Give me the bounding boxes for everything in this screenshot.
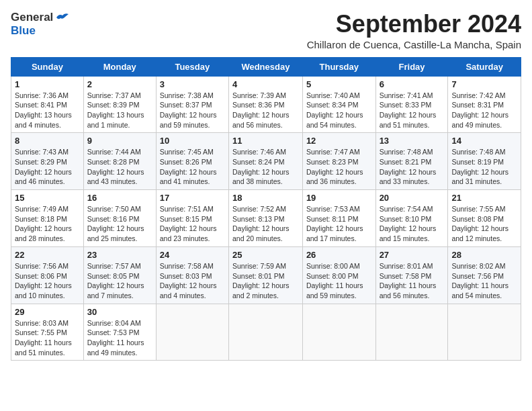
day-info: Sunrise: 8:04 AMSunset: 7:53 PMDaylight:… xyxy=(87,318,152,358)
day-number: 27 xyxy=(380,250,445,260)
location-text: Chillaron de Cuenca, Castille-La Mancha,… xyxy=(307,39,521,50)
day-info: Sunrise: 7:49 AMSunset: 8:18 PMDaylight:… xyxy=(15,204,80,244)
day-number: 7 xyxy=(451,79,517,89)
calendar-table: SundayMondayTuesdayWednesdayThursdayFrid… xyxy=(11,57,521,361)
col-header-saturday: Saturday xyxy=(448,57,521,76)
calendar-week-5: 29Sunrise: 8:03 AMSunset: 7:55 PMDayligh… xyxy=(11,304,521,361)
day-info: Sunrise: 8:03 AMSunset: 7:55 PMDaylight:… xyxy=(15,318,80,358)
day-info: Sunrise: 7:38 AMSunset: 8:37 PMDaylight:… xyxy=(160,91,225,130)
calendar-cell: 5Sunrise: 7:40 AMSunset: 8:34 PMDaylight… xyxy=(302,76,375,133)
day-number: 2 xyxy=(87,79,152,89)
calendar-cell: 6Sunrise: 7:41 AMSunset: 8:33 PMDaylight… xyxy=(375,76,448,133)
day-number: 24 xyxy=(160,250,225,260)
day-number: 26 xyxy=(306,250,372,260)
day-info: Sunrise: 7:47 AMSunset: 8:23 PMDaylight:… xyxy=(306,147,372,187)
day-info: Sunrise: 7:37 AMSunset: 8:39 PMDaylight:… xyxy=(87,91,152,130)
day-number: 16 xyxy=(87,193,152,203)
calendar-cell xyxy=(302,304,375,361)
logo-general-text: General xyxy=(11,11,53,24)
logo-blue-text: Blue xyxy=(11,24,70,38)
day-number: 28 xyxy=(451,250,517,260)
calendar-cell: 14Sunrise: 7:48 AMSunset: 8:19 PMDayligh… xyxy=(448,133,521,190)
day-number: 17 xyxy=(160,193,225,203)
calendar-cell: 20Sunrise: 7:54 AMSunset: 8:10 PMDayligh… xyxy=(375,190,448,247)
day-number: 23 xyxy=(87,250,152,260)
day-info: Sunrise: 7:58 AMSunset: 8:03 PMDaylight:… xyxy=(160,261,225,301)
calendar-cell xyxy=(448,304,521,361)
day-info: Sunrise: 7:52 AMSunset: 8:13 PMDaylight:… xyxy=(232,204,299,244)
calendar-cell: 30Sunrise: 8:04 AMSunset: 7:53 PMDayligh… xyxy=(83,304,156,361)
day-number: 18 xyxy=(232,193,299,203)
calendar-cell: 3Sunrise: 7:38 AMSunset: 8:37 PMDaylight… xyxy=(156,76,228,133)
day-number: 1 xyxy=(15,79,80,89)
day-info: Sunrise: 8:00 AMSunset: 8:00 PMDaylight:… xyxy=(306,261,372,301)
day-number: 15 xyxy=(15,193,80,203)
day-info: Sunrise: 7:48 AMSunset: 8:19 PMDaylight:… xyxy=(451,147,517,187)
day-info: Sunrise: 7:45 AMSunset: 8:26 PMDaylight:… xyxy=(160,147,225,187)
col-header-friday: Friday xyxy=(375,57,448,76)
calendar-cell: 19Sunrise: 7:53 AMSunset: 8:11 PMDayligh… xyxy=(302,190,375,247)
day-info: Sunrise: 7:53 AMSunset: 8:11 PMDaylight:… xyxy=(306,204,372,244)
calendar-cell xyxy=(156,304,228,361)
logo: General Blue xyxy=(11,11,70,38)
day-number: 8 xyxy=(15,136,80,146)
day-info: Sunrise: 7:42 AMSunset: 8:31 PMDaylight:… xyxy=(451,91,517,130)
col-header-tuesday: Tuesday xyxy=(156,57,228,76)
calendar-cell: 9Sunrise: 7:44 AMSunset: 8:28 PMDaylight… xyxy=(83,133,156,190)
day-info: Sunrise: 7:57 AMSunset: 8:05 PMDaylight:… xyxy=(87,261,152,301)
day-number: 6 xyxy=(380,79,445,89)
day-info: Sunrise: 7:54 AMSunset: 8:10 PMDaylight:… xyxy=(380,204,445,244)
calendar-cell: 12Sunrise: 7:47 AMSunset: 8:23 PMDayligh… xyxy=(302,133,375,190)
day-info: Sunrise: 8:02 AMSunset: 7:56 PMDaylight:… xyxy=(451,261,517,301)
calendar-week-1: 1Sunrise: 7:36 AMSunset: 8:41 PMDaylight… xyxy=(11,76,521,133)
calendar-cell: 10Sunrise: 7:45 AMSunset: 8:26 PMDayligh… xyxy=(156,133,228,190)
calendar-cell: 24Sunrise: 7:58 AMSunset: 8:03 PMDayligh… xyxy=(156,246,228,304)
calendar-cell xyxy=(375,304,448,361)
calendar-cell: 21Sunrise: 7:55 AMSunset: 8:08 PMDayligh… xyxy=(448,190,521,247)
month-title: September 2024 xyxy=(307,11,521,38)
day-number: 25 xyxy=(232,250,299,260)
calendar-cell xyxy=(228,304,302,361)
day-info: Sunrise: 8:01 AMSunset: 7:58 PMDaylight:… xyxy=(380,261,445,301)
calendar-week-3: 15Sunrise: 7:49 AMSunset: 8:18 PMDayligh… xyxy=(11,190,521,247)
day-info: Sunrise: 7:55 AMSunset: 8:08 PMDaylight:… xyxy=(451,204,517,244)
calendar-cell: 15Sunrise: 7:49 AMSunset: 8:18 PMDayligh… xyxy=(11,190,84,247)
calendar-cell: 4Sunrise: 7:39 AMSunset: 8:36 PMDaylight… xyxy=(228,76,302,133)
calendar-cell: 26Sunrise: 8:00 AMSunset: 8:00 PMDayligh… xyxy=(302,246,375,304)
calendar-cell: 17Sunrise: 7:51 AMSunset: 8:15 PMDayligh… xyxy=(156,190,228,247)
day-info: Sunrise: 7:44 AMSunset: 8:28 PMDaylight:… xyxy=(87,147,152,187)
day-number: 11 xyxy=(232,136,299,146)
day-number: 5 xyxy=(306,79,372,89)
col-header-wednesday: Wednesday xyxy=(228,57,302,76)
day-info: Sunrise: 7:43 AMSunset: 8:29 PMDaylight:… xyxy=(15,147,80,187)
day-number: 3 xyxy=(160,79,225,89)
col-header-sunday: Sunday xyxy=(11,57,84,76)
day-number: 14 xyxy=(451,136,517,146)
day-number: 4 xyxy=(232,79,299,89)
calendar-week-4: 22Sunrise: 7:56 AMSunset: 8:06 PMDayligh… xyxy=(11,246,521,304)
day-info: Sunrise: 7:56 AMSunset: 8:06 PMDaylight:… xyxy=(15,261,80,301)
calendar-cell: 1Sunrise: 7:36 AMSunset: 8:41 PMDaylight… xyxy=(11,76,84,133)
calendar-cell: 25Sunrise: 7:59 AMSunset: 8:01 PMDayligh… xyxy=(228,246,302,304)
calendar-cell: 18Sunrise: 7:52 AMSunset: 8:13 PMDayligh… xyxy=(228,190,302,247)
col-header-monday: Monday xyxy=(83,57,156,76)
day-number: 20 xyxy=(380,193,445,203)
calendar-cell: 23Sunrise: 7:57 AMSunset: 8:05 PMDayligh… xyxy=(83,246,156,304)
day-info: Sunrise: 7:46 AMSunset: 8:24 PMDaylight:… xyxy=(232,147,299,187)
bird-icon xyxy=(55,12,70,23)
day-number: 12 xyxy=(306,136,372,146)
calendar-cell: 28Sunrise: 8:02 AMSunset: 7:56 PMDayligh… xyxy=(448,246,521,304)
title-block: September 2024 Chillaron de Cuenca, Cast… xyxy=(307,11,521,50)
day-number: 19 xyxy=(306,193,372,203)
day-info: Sunrise: 7:39 AMSunset: 8:36 PMDaylight:… xyxy=(232,91,299,130)
day-number: 21 xyxy=(451,193,517,203)
day-number: 9 xyxy=(87,136,152,146)
day-info: Sunrise: 7:59 AMSunset: 8:01 PMDaylight:… xyxy=(232,261,299,301)
col-header-thursday: Thursday xyxy=(302,57,375,76)
calendar-cell: 16Sunrise: 7:50 AMSunset: 8:16 PMDayligh… xyxy=(83,190,156,247)
calendar-cell: 8Sunrise: 7:43 AMSunset: 8:29 PMDaylight… xyxy=(11,133,84,190)
calendar-cell: 2Sunrise: 7:37 AMSunset: 8:39 PMDaylight… xyxy=(83,76,156,133)
day-number: 22 xyxy=(15,250,80,260)
day-number: 13 xyxy=(380,136,445,146)
day-number: 29 xyxy=(15,307,80,317)
